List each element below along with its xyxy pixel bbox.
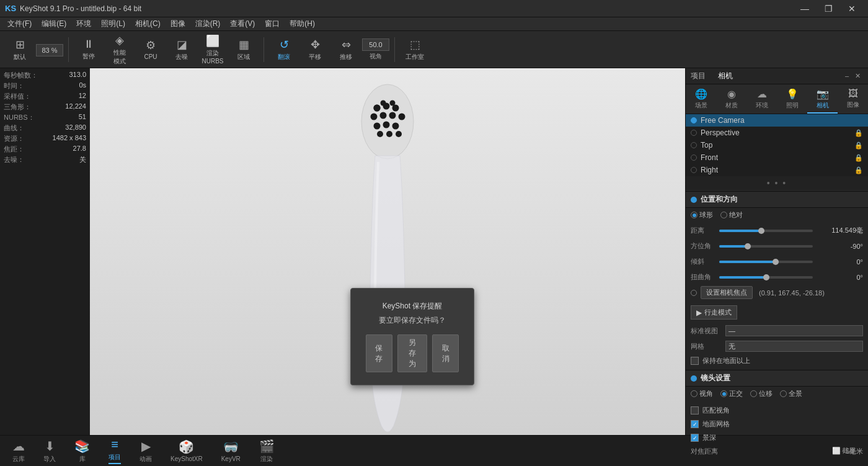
menu-lighting[interactable]: 照明(L): [96, 17, 130, 30]
pause-button[interactable]: ⏸ 暂停: [74, 34, 104, 66]
menu-edit[interactable]: 编辑(E): [37, 17, 71, 30]
lighting-tab-icon: 💡: [786, 88, 799, 100]
taskbar-project[interactable]: ≡ 项目: [108, 437, 121, 464]
close-button[interactable]: ✕: [841, 0, 863, 17]
tab-lighting[interactable]: 💡 照明: [777, 84, 807, 114]
tilt-thumb[interactable]: [773, 259, 779, 265]
save-as-button[interactable]: 另存为: [397, 334, 428, 372]
grid-input[interactable]: [725, 341, 863, 352]
taskbar-keyvr[interactable]: 🥽 KeyVR: [221, 439, 241, 462]
camera-item-right[interactable]: Right 🔒: [686, 164, 868, 176]
twist-row: 扭曲角 0°: [686, 272, 868, 282]
pan-button[interactable]: ✥ 平移: [300, 34, 330, 66]
tilt-slider[interactable]: [719, 261, 813, 263]
svg-point-12: [386, 131, 392, 137]
scene-tab-icon: 🌐: [695, 88, 707, 100]
walk-mode-button[interactable]: ▶ 行走模式: [691, 305, 737, 320]
shift-radio[interactable]: 位移: [750, 389, 773, 398]
ortho-radio[interactable]: 正交: [720, 389, 743, 398]
save-button[interactable]: 保存: [366, 334, 392, 372]
dolly-button[interactable]: ⇔ 推移: [331, 34, 361, 66]
panorama-radio[interactable]: 全景: [780, 389, 802, 398]
minimize-button[interactable]: —: [794, 0, 816, 17]
taskbar-render[interactable]: 🎬 渲染: [259, 439, 275, 464]
camera-item-free[interactable]: Free Camera: [686, 114, 868, 127]
camera-item-perspective[interactable]: Perspective 🔒: [686, 127, 868, 139]
fps-input[interactable]: [36, 44, 63, 56]
twist-slider[interactable]: [719, 276, 813, 279]
fov-radio-circle: [691, 390, 698, 397]
denoise-button[interactable]: ◪ 去噪: [167, 34, 197, 66]
tab-scene[interactable]: 🌐 场景: [686, 84, 716, 114]
nurbs-button[interactable]: ⬜ 渲染 NURBS: [198, 34, 228, 66]
camera-item-top[interactable]: Top 🔒: [686, 139, 868, 151]
dialog-title: KeyShot 保存提醒: [366, 301, 459, 311]
twist-thumb[interactable]: [763, 274, 769, 280]
tumble-button[interactable]: ↺ 翻滚: [269, 34, 299, 66]
perf-mode-button[interactable]: ◈ 性能 模式: [105, 34, 135, 66]
taskbar-keyxr[interactable]: 🎲 KeyShotXR: [170, 439, 203, 462]
standard-view-input[interactable]: [725, 325, 863, 336]
distance-fill: [719, 230, 761, 232]
screenshot-button[interactable]: ⬜ 截屏: [832, 446, 856, 455]
spherical-radio[interactable]: 球形: [691, 210, 713, 220]
absolute-radio[interactable]: 绝对: [720, 210, 743, 220]
stat-fps: 每秒帧数： 313.0: [4, 71, 86, 80]
ground-checkbox[interactable]: [691, 357, 699, 365]
taskbar-animation[interactable]: ▶ 动画: [140, 439, 152, 464]
save-dialog: KeyShot 保存提醒 要立即保存文件吗？ 保存 另存为 取消: [350, 288, 474, 385]
cancel-button[interactable]: 取消: [432, 334, 459, 372]
cloud-icon: ☁: [12, 439, 25, 454]
menu-render[interactable]: 渲染(R): [190, 17, 226, 30]
azimuth-slider[interactable]: [719, 245, 813, 248]
maximize-button[interactable]: ❐: [817, 0, 839, 17]
dof-label: 景深: [702, 433, 716, 442]
animation-icon: ▶: [141, 439, 151, 454]
azimuth-thumb[interactable]: [745, 243, 751, 249]
taskbar-import[interactable]: ⬇ 导入: [43, 439, 56, 464]
viewport[interactable]: KeyShot 保存提醒 要立即保存文件吗？ 保存 另存为 取消: [90, 68, 685, 435]
sep3: [394, 37, 395, 62]
project-section-title: 项目: [691, 71, 706, 81]
taskbar-cloud[interactable]: ☁ 云库: [12, 439, 25, 464]
studio-button[interactable]: ⬚ 工作室: [400, 34, 430, 66]
match-fov-checkbox[interactable]: [691, 406, 699, 414]
menu-file[interactable]: 文件(F): [2, 17, 37, 30]
cam-name-free: Free Camera: [701, 116, 863, 125]
preset-selector[interactable]: ⊞ 默认: [5, 34, 35, 66]
menu-image[interactable]: 图像: [166, 17, 190, 30]
tab-environment[interactable]: ☁ 环境: [746, 84, 777, 114]
svg-point-7: [399, 113, 405, 120]
fov-radio[interactable]: 视角: [691, 389, 713, 398]
tab-material[interactable]: ◉ 材质: [716, 84, 746, 114]
tab-camera[interactable]: 📷 相机: [807, 84, 838, 114]
menu-help[interactable]: 帮助(H): [285, 17, 320, 30]
distance-thumb[interactable]: [758, 228, 764, 234]
distance-slider[interactable]: [719, 230, 813, 232]
ground-grid-checkbox[interactable]: [691, 420, 699, 428]
taskbar-library[interactable]: 📚 库: [74, 439, 90, 464]
keyvr-label: KeyVR: [221, 455, 241, 462]
dof-checkbox[interactable]: [691, 434, 699, 442]
spherical-radio-circle: [691, 212, 698, 218]
stat-samples: 采样值： 12: [4, 92, 86, 101]
shift-radio-label: 位移: [759, 389, 773, 398]
collapse-button[interactable]: –: [843, 71, 851, 81]
menu-camera[interactable]: 相机(C): [130, 17, 166, 30]
set-focus-button[interactable]: 设置相机焦点: [701, 286, 753, 299]
cam-dot-top: [691, 142, 697, 148]
dolly-icon: ⇔: [342, 38, 351, 52]
cpu-button[interactable]: ⚙ CPU: [136, 34, 166, 66]
position-section-header: 位置和方向: [686, 191, 868, 208]
camera-item-front[interactable]: Front 🔒: [686, 151, 868, 164]
close-panel-button[interactable]: ✕: [852, 71, 863, 81]
region-button[interactable]: ▦ 区域: [229, 34, 259, 66]
menu-window[interactable]: 窗口: [260, 17, 285, 30]
cloud-label: 云库: [12, 455, 25, 464]
menu-env[interactable]: 环境: [71, 17, 96, 30]
menu-view[interactable]: 查看(V): [225, 17, 260, 30]
stat-time: 时间： 0s: [4, 81, 86, 91]
tab-image[interactable]: 🖼 图像: [838, 84, 868, 114]
fov-container: 视角: [362, 34, 389, 66]
fov-input[interactable]: [362, 38, 389, 51]
